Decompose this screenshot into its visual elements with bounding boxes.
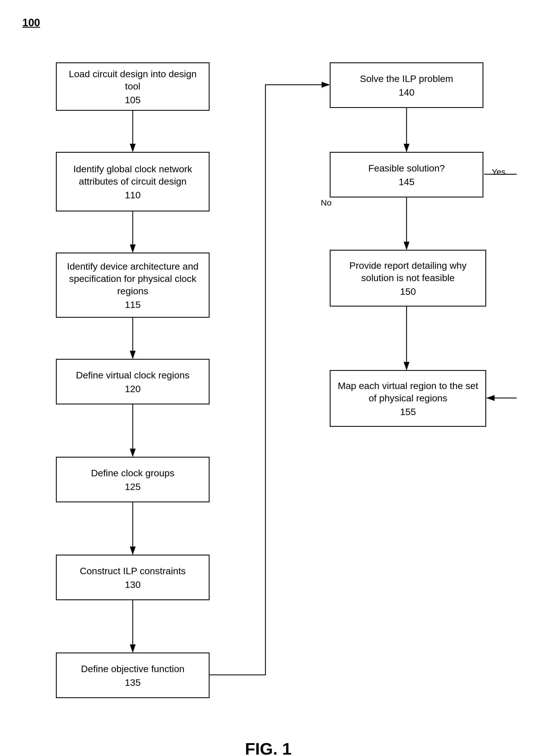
box-145-text: Feasible solution? [368,162,445,174]
box-140-text: Solve the ILP problem [360,72,453,85]
box-105: Load circuit design into design tool 105 [56,62,209,111]
box-110: Identify global clock network attributes… [56,152,209,212]
box-155-text: Map each virtual region to the set of ph… [337,380,479,404]
box-125: Define clock groups 125 [56,457,209,502]
box-140-num: 140 [399,87,415,98]
box-115-num: 115 [125,299,141,310]
box-140: Solve the ILP problem 140 [330,62,483,108]
flowchart-container: Load circuit design into design tool 105… [22,40,517,711]
box-120-text: Define virtual clock regions [76,369,190,381]
box-150: Provide report detailing why solution is… [330,250,486,307]
box-105-num: 105 [125,95,141,105]
box-155-num: 155 [400,406,416,417]
no-label: No [321,198,331,208]
box-130-text: Construct ILP constraints [80,565,186,577]
box-135-num: 135 [125,677,141,688]
box-155: Map each virtual region to the set of ph… [330,370,486,427]
box-150-text: Provide report detailing why solution is… [337,259,479,284]
box-125-num: 125 [125,481,141,492]
box-110-num: 110 [125,190,141,201]
box-120-num: 120 [125,383,141,394]
box-145-num: 145 [399,176,415,187]
box-130-num: 130 [125,579,141,590]
fig-label: FIG. 1 [212,739,324,756]
box-120: Define virtual clock regions 120 [56,359,209,405]
page: 100 [0,0,539,756]
box-135: Define objective function 135 [56,652,209,698]
box-115-text: Identify device architecture and specifi… [63,260,202,297]
box-105-text: Load circuit design into design tool [63,68,202,92]
box-115: Identify device architecture and specifi… [56,252,209,318]
box-135-text: Define objective function [81,663,185,675]
box-125-text: Define clock groups [91,467,175,479]
box-145: Feasible solution? 145 [330,152,483,197]
diagram-label: 100 [22,17,517,29]
box-150-num: 150 [400,286,416,297]
box-130: Construct ILP constraints 130 [56,555,209,600]
box-110-text: Identify global clock network attributes… [63,163,202,187]
yes-label: Yes [492,167,505,177]
